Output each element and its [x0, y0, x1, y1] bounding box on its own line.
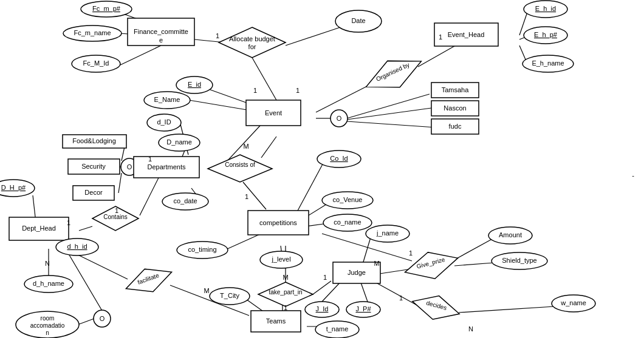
entity-teams-label: Teams	[266, 317, 286, 325]
mult-1-event-org: 1	[296, 87, 300, 94]
dash-right: -	[632, 172, 634, 179]
attr-d-name-label: D_name	[166, 138, 192, 146]
rel-contains-label: Contains	[103, 214, 127, 220]
mult-1-consists-comp: 1	[245, 193, 248, 200]
attr-shield-type-label: Shield_type	[502, 257, 537, 264]
mult-1-gp: 1	[409, 249, 413, 257]
rel-allocate-budget-label2: for	[248, 43, 256, 50]
svg-line-31	[140, 173, 161, 215]
rel-take-part-in-label: take_part_in	[269, 289, 302, 296]
attr-j-level-label: j_level	[271, 255, 290, 263]
mult-1-tpi-teams: 1	[284, 304, 287, 311]
mult-m-event-dept: M	[243, 143, 248, 150]
svg-line-11	[418, 44, 459, 67]
attr-fc-m-name-label: Fc_m_name	[74, 29, 111, 36]
mult-1-tpi-judge: 1	[323, 274, 327, 281]
mult-m-judge-gp: M	[374, 260, 379, 267]
svg-line-49	[372, 280, 419, 306]
svg-line-42	[360, 281, 368, 302]
entity-nascon-label: Nascon	[444, 104, 466, 112]
entity-event-label: Event	[265, 109, 282, 117]
rel-consists-of	[208, 155, 272, 182]
svg-line-53	[78, 319, 94, 325]
attr-e-name-label: E_Name	[154, 96, 180, 103]
svg-line-18	[347, 121, 436, 127]
mult-1-org-eh: 1	[439, 33, 442, 41]
attr-t-city-label: T_City	[220, 292, 239, 299]
svg-line-2	[286, 27, 340, 46]
entity-tamsaha-label: Tamsaha	[442, 86, 470, 93]
attr-d-h-id-label: d_h_id	[67, 243, 87, 250]
svg-line-30	[118, 173, 122, 193]
attr-d-h-p-label: D_H_p#	[1, 184, 26, 191]
entity-fudc-label: fudc	[449, 123, 462, 130]
entity-decor-label: Decor	[84, 189, 103, 196]
svg-line-47	[454, 240, 491, 260]
attr-co-date-label: co_date	[173, 197, 197, 204]
attr-co-timing-label: co_timing	[188, 246, 216, 253]
er-diagram: Finance_committe e Allocate budget for D…	[0, 0, 644, 338]
entity-event-head-label: Event_Head	[448, 31, 485, 38]
attr-co-name-label: co_name	[334, 218, 361, 226]
attr-j-id-label: J_Id	[316, 305, 329, 313]
mult-1-decides: 1	[399, 294, 403, 302]
mult-1-allocate: 1	[216, 32, 219, 39]
svg-line-48	[454, 263, 494, 266]
mult-n-depthead: N	[45, 260, 50, 267]
circle-o-room-label: O	[100, 315, 105, 322]
rel-allocate-budget-label: Allocate budget	[229, 35, 275, 42]
attr-e-h-name-label: E_h_name	[532, 59, 564, 67]
mult-1-dept-consists: 1	[148, 155, 152, 163]
entity-finance-committee-label: Finance_committe	[134, 28, 188, 35]
attr-d-h-name-label: d_h_name	[33, 280, 64, 287]
svg-line-32	[79, 226, 92, 231]
mult-n-decides: N	[468, 325, 473, 333]
circle-o-dept-label: O	[127, 163, 132, 171]
attr-amount-label: Amount	[499, 231, 522, 238]
rel-consists-of-label: Consists of	[225, 161, 255, 168]
entity-judge-label: Judge	[348, 269, 366, 276]
mult-1-contains-dh: 1	[115, 207, 118, 214]
attr-fc-m-id-label: Fc_M_Id	[83, 59, 109, 67]
entity-departments-label: Departments	[148, 163, 186, 171]
attr-j-name-label: j_name	[376, 229, 399, 237]
mult-m-facilitate: M	[204, 287, 209, 294]
entity-competitions-label: competitions	[259, 219, 297, 226]
svg-line-28	[122, 147, 125, 161]
svg-line-50	[459, 306, 555, 313]
svg-line-41	[322, 281, 341, 302]
attr-fc-m-p-label: Fc_m_p#	[92, 5, 121, 12]
svg-line-17	[347, 108, 431, 120]
attr-j-p-label: J_P#	[355, 305, 371, 313]
attr-co-id-label: Co_Id	[330, 155, 348, 162]
mult-1-event-top: 1	[253, 87, 257, 94]
svg-line-16	[347, 94, 430, 118]
attr-e-h-p-label: E_h_p#	[534, 31, 558, 38]
circle-o-event-label: O	[337, 115, 342, 122]
svg-line-5	[119, 46, 161, 66]
entity-finance-committee-label2: e	[159, 36, 163, 44]
attr-d-id-label: d_ID	[157, 118, 171, 126]
mult-1-contains-dept: 1	[67, 219, 70, 226]
svg-line-40	[313, 281, 331, 294]
attr-date-label: Date	[351, 17, 365, 24]
attr-co-venue-label: co_Venue	[333, 196, 363, 203]
attr-t-name-label: t_name	[326, 325, 349, 333]
entity-food-lodging-label: Food&Lodging	[72, 137, 116, 144]
entity-dept-head-label: Dept_Head	[22, 225, 56, 232]
mult-m-comp-tpi: M	[283, 274, 288, 281]
attr-room-accomadation-label2: accomadatio	[30, 322, 65, 329]
attr-w-name-label: w_name	[560, 299, 586, 306]
attr-room-accomadation-label3: n	[46, 330, 49, 336]
attr-e-h-id-label: E_h_id	[535, 5, 556, 12]
entity-security-label: Security	[81, 163, 106, 170]
attr-e-id-label: E_id	[188, 81, 201, 88]
svg-line-21	[298, 161, 324, 211]
svg-line-24	[225, 234, 261, 250]
svg-line-19	[261, 137, 276, 158]
attr-room-accomadation-label: room	[41, 315, 55, 322]
